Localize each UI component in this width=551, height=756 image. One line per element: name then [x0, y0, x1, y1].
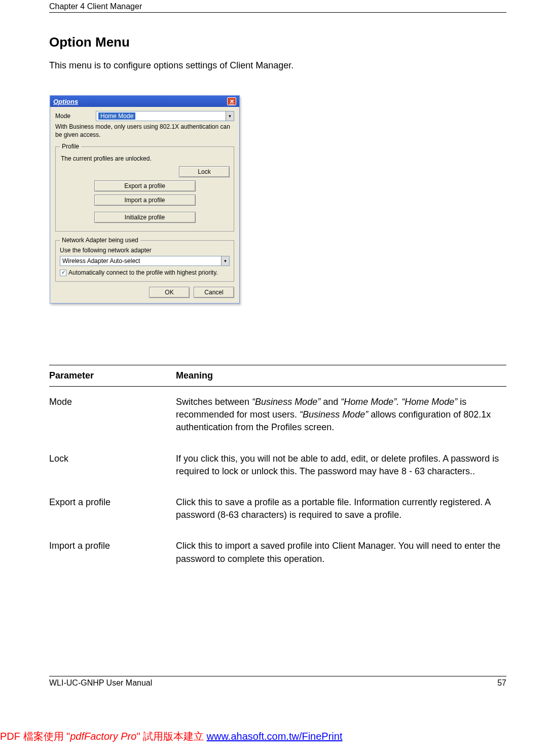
param-meaning: Click this to save a profile as a portab…: [176, 496, 506, 521]
th-meaning: Meaning: [176, 370, 506, 381]
manual-name: WLI-UC-GNHP User Manual: [49, 678, 152, 688]
na-select-value: Wireless Adapter Auto-select: [62, 257, 140, 264]
dialog-title-text: Options: [53, 98, 78, 105]
mode-hint: With Business mode, only users using 802…: [55, 123, 234, 139]
table-row: Import a profile Click this to import a …: [49, 531, 506, 574]
lock-button[interactable]: Lock: [179, 166, 230, 177]
network-adapter-fieldset: Network Adapter being used Use the follo…: [55, 237, 234, 282]
section-title: Option Menu: [49, 34, 130, 50]
ok-button[interactable]: OK: [149, 287, 190, 298]
table-row: Export a profile Click this to save a pr…: [49, 487, 506, 531]
import-profile-button[interactable]: Import a profile: [94, 195, 196, 206]
dialog-titlebar: Options ✕: [50, 96, 239, 107]
param-meaning: Switches between “Business Mode” and “Ho…: [176, 396, 506, 434]
table-row: Mode Switches between “Business Mode” an…: [49, 387, 506, 443]
watermark-link[interactable]: www.ahasoft.com.tw/FinePrint: [207, 731, 343, 742]
param-name: Export a profile: [49, 496, 176, 521]
mode-label: Mode: [55, 112, 96, 120]
na-legend: Network Adapter being used: [60, 237, 140, 244]
chevron-down-icon[interactable]: ▼: [226, 111, 234, 121]
parameter-table: Parameter Meaning Mode Switches between …: [49, 365, 506, 575]
profile-fieldset: Profile The current profiles are unlocke…: [55, 143, 234, 232]
mode-select-value: Home Mode: [98, 112, 135, 120]
page-header: Chapter 4 Client Manager: [49, 2, 506, 13]
na-label: Use the following network adapter: [60, 247, 230, 254]
th-parameter: Parameter: [49, 370, 176, 381]
cancel-button[interactable]: Cancel: [194, 287, 234, 298]
param-name: Import a profile: [49, 540, 176, 565]
mode-select[interactable]: Home Mode ▼: [96, 111, 234, 121]
close-icon[interactable]: ✕: [227, 97, 236, 105]
chapter-label: Chapter 4 Client Manager: [49, 2, 142, 11]
na-select[interactable]: Wireless Adapter Auto-select ▼: [60, 256, 230, 266]
auto-connect-label: Automatically connect to the profile wit…: [68, 269, 218, 276]
param-name: Lock: [49, 452, 176, 478]
chevron-down-icon[interactable]: ▼: [221, 256, 229, 266]
table-row: Lock If you click this, you will not be …: [49, 443, 506, 487]
page-number: 57: [497, 678, 506, 688]
export-profile-button[interactable]: Export a profile: [94, 180, 196, 192]
page-footer: WLI-UC-GNHP User Manual 57: [49, 676, 506, 688]
param-meaning: If you click this, you will not be able …: [176, 452, 506, 478]
profile-legend: Profile: [60, 143, 81, 150]
pdf-watermark: PDF 檔案使用 "pdfFactory Pro" 試用版本建立 www.aha…: [0, 730, 342, 743]
profile-status: The current profiles are unlocked.: [61, 155, 230, 162]
auto-connect-checkbox[interactable]: ✓: [60, 270, 66, 276]
options-dialog: Options ✕ Mode Home Mode ▼ With Business…: [50, 95, 240, 304]
param-name: Mode: [49, 396, 176, 434]
initialize-profile-button[interactable]: Initialize profile: [94, 212, 196, 223]
param-meaning: Click this to import a saved profile int…: [176, 540, 506, 565]
section-intro: This menu is to configure options settin…: [49, 60, 293, 71]
